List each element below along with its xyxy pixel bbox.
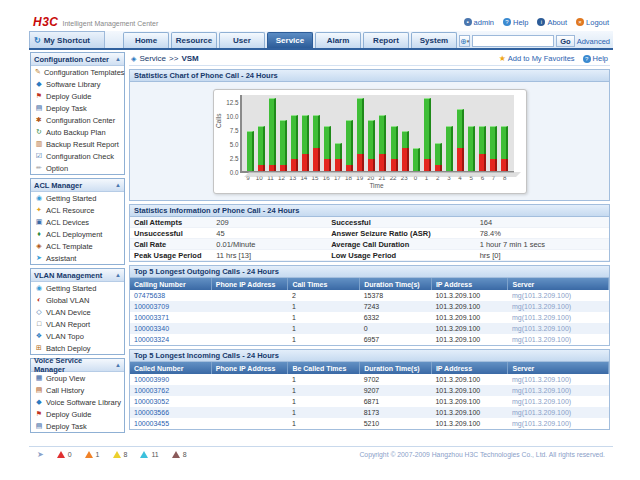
bar-hour-15[interactable] [313, 115, 320, 171]
sidebar-item-configuration-center[interactable]: ✱Configuration Center [31, 114, 124, 126]
bar-hour-2[interactable] [435, 143, 442, 171]
bar-hour-19[interactable] [357, 98, 364, 171]
sidebar-item-acl-template[interactable]: ◈ACL Template [31, 240, 124, 252]
bar-hour-22[interactable] [391, 126, 398, 171]
bar-hour-23[interactable] [402, 131, 409, 170]
userlink-about[interactable]: iAbout [537, 18, 567, 27]
bar-hour-4[interactable] [457, 109, 464, 171]
bar-hour-21[interactable] [379, 115, 386, 171]
userlink-help[interactable]: ?Help [503, 18, 528, 27]
sidebar-item-acl-devices[interactable]: ▣ACL Devices [31, 216, 124, 228]
number-link[interactable]: 100003709 [130, 301, 211, 312]
tab-report[interactable]: Report [363, 32, 409, 48]
search-scope-button[interactable]: ⊕▾ [459, 35, 470, 47]
bar-hour-3[interactable] [446, 126, 453, 171]
sidebar-item-deploy-guide[interactable]: ⚑Deploy Guide [31, 90, 124, 102]
tab-home[interactable]: Home [123, 32, 169, 48]
number-link[interactable]: 100003340 [130, 323, 211, 334]
column-header-ip-address[interactable]: IP Address [431, 278, 508, 290]
alarm-critical[interactable]: 0 [57, 451, 72, 458]
search-input[interactable] [472, 35, 554, 47]
breadcrumb-section[interactable]: Service [139, 54, 166, 63]
go-button[interactable]: Go [556, 35, 574, 47]
bar-hour-7[interactable] [490, 126, 497, 171]
number-link[interactable]: 100003990 [130, 374, 211, 385]
sidebar-item-deploy-task[interactable]: ▤Deploy Task [31, 102, 124, 114]
collapse-icon[interactable]: ▲ [115, 272, 121, 278]
tab-user[interactable]: User [219, 32, 265, 48]
sidebar-item-option[interactable]: ✏Option [31, 162, 124, 174]
bar-hour-20[interactable] [368, 120, 375, 170]
number-link[interactable]: 100003762 [130, 385, 211, 396]
alarm-minor[interactable]: 8 [113, 451, 128, 458]
sidebar-section-header-voice-service-manager[interactable]: Voice Service Manager▲ [31, 359, 124, 372]
collapse-icon[interactable]: ▲ [115, 56, 121, 62]
sidebar-item-acl-resource[interactable]: ✦ACL Resource [31, 204, 124, 216]
sidebar-section-header-configuration-center[interactable]: Configuration Center▲ [31, 53, 124, 66]
collapse-icon[interactable]: ▲ [115, 182, 121, 188]
sidebar-item-acl-deployment[interactable]: ♦ACL Deployment [31, 228, 124, 240]
column-header-server[interactable]: Server [508, 362, 609, 374]
sidebar-item-deploy-task[interactable]: ▤Deploy Task [31, 420, 124, 432]
bar-hour-6[interactable] [479, 126, 486, 171]
sidebar-item-configuration-check[interactable]: ☑Configuration Check [31, 150, 124, 162]
bar-hour-16[interactable] [324, 126, 331, 171]
column-header-duration-time-s[interactable]: Duration Time(s) [360, 362, 432, 374]
column-header-phone-ip-address[interactable]: Phone IP Address [211, 362, 288, 374]
sidebar-item-vlan-device[interactable]: ◇VLAN Device [31, 306, 124, 318]
sidebar-item-backup-result-report[interactable]: ▥Backup Result Report [31, 138, 124, 150]
number-link[interactable]: 100003371 [130, 312, 211, 323]
sidebar-item-global-vlan[interactable]: ◐Global VLAN [31, 294, 124, 306]
column-header-called-number[interactable]: Called Number [130, 362, 211, 374]
column-header-call-times[interactable]: Call Times [288, 278, 360, 290]
column-header-be-called-times[interactable]: Be Called Times [288, 362, 360, 374]
bar-hour-0[interactable] [413, 148, 420, 170]
bar-hour-1[interactable] [424, 98, 431, 171]
page-help-link[interactable]: ? Help [583, 54, 608, 63]
tab-system[interactable]: System [411, 32, 457, 48]
alarm-warning[interactable]: 11 [140, 451, 158, 458]
sidebar-item-batch-deploy[interactable]: ⊞Batch Deploy [31, 342, 124, 354]
sidebar-item-getting-started[interactable]: ◉Getting Started [31, 192, 124, 204]
sidebar-section-header-vlan-management[interactable]: VLAN Management▲ [31, 269, 124, 282]
column-header-ip-address[interactable]: IP Address [431, 362, 508, 374]
bar-hour-11[interactable] [269, 98, 276, 171]
column-header-phone-ip-address[interactable]: Phone IP Address [211, 278, 288, 290]
number-link[interactable]: 100003566 [130, 407, 211, 418]
tab-service[interactable]: Service [267, 32, 313, 48]
sidebar-section-header-acl-manager[interactable]: ACL Manager▲ [31, 179, 124, 192]
advanced-link[interactable]: Advanced [577, 37, 610, 46]
bar-hour-14[interactable] [302, 115, 309, 171]
column-header-server[interactable]: Server [508, 278, 609, 290]
number-link[interactable]: 100003324 [130, 334, 211, 345]
number-link[interactable]: 100003052 [130, 396, 211, 407]
sidebar-item-call-history[interactable]: ▤Call History [31, 384, 124, 396]
alarm-info[interactable]: 8 [172, 451, 187, 458]
sidebar-item-software-library[interactable]: ◆Software Library [31, 78, 124, 90]
sidebar-item-auto-backup-plan[interactable]: ↻Auto Backup Plan [31, 126, 124, 138]
my-shortcut-button[interactable]: ↻ My Shortcut [29, 31, 105, 48]
collapse-icon[interactable]: ▲ [115, 362, 121, 368]
column-header-duration-time-s[interactable]: Duration Time(s) [360, 278, 432, 290]
bar-hour-18[interactable] [346, 120, 353, 170]
userlink-logout[interactable]: ×Logout [576, 18, 609, 27]
sidebar-item-vlan-topo[interactable]: ❖VLAN Topo [31, 330, 124, 342]
userlink-admin[interactable]: ▪admin [464, 18, 494, 27]
bar-hour-13[interactable] [291, 115, 298, 171]
tab-alarm[interactable]: Alarm [315, 32, 361, 48]
number-link[interactable]: 100003455 [130, 418, 211, 429]
sidebar-item-getting-started[interactable]: ◉Getting Started [31, 282, 124, 294]
bar-hour-9[interactable] [247, 131, 254, 170]
bar-hour-12[interactable] [280, 120, 287, 170]
bar-hour-10[interactable] [258, 126, 265, 171]
sidebar-item-assistant[interactable]: ➤Assistant [31, 252, 124, 264]
number-link[interactable]: 07475638 [130, 290, 211, 301]
add-to-favorites-link[interactable]: ★ Add to My Favorites [499, 54, 575, 63]
sidebar-item-vlan-report[interactable]: □VLAN Report [31, 318, 124, 330]
column-header-calling-number[interactable]: Calling Number [130, 278, 211, 290]
sidebar-item-voice-software-library[interactable]: ◆Voice Software Library [31, 396, 124, 408]
bar-hour-8[interactable] [501, 126, 508, 171]
sidebar-item-configuration-templates[interactable]: ✎Configuration Templates [31, 66, 124, 78]
bar-hour-17[interactable] [335, 143, 342, 171]
alarm-major[interactable]: 1 [85, 451, 100, 458]
